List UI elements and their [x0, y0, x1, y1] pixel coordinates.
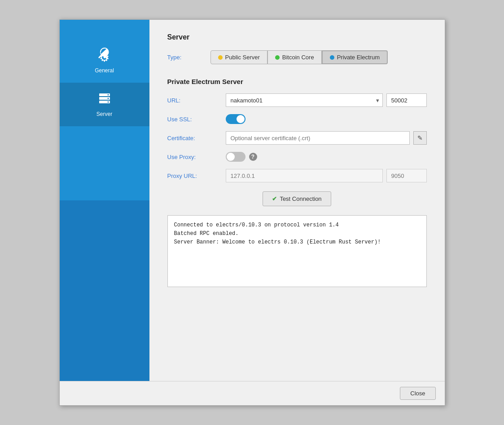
public-server-label: Public Server — [225, 54, 260, 61]
private-electrum-dot — [330, 55, 334, 60]
sidebar: ⚙ General Server — [60, 20, 149, 381]
cert-edit-icon: ✎ — [417, 134, 423, 142]
url-row: URL: nakamoto01 ▾ — [167, 93, 427, 107]
proxy-toggle[interactable] — [226, 152, 245, 162]
url-select[interactable]: nakamoto01 — [226, 93, 383, 107]
url-label: URL: — [167, 97, 226, 104]
type-row: Type: Public Server Bitcoin Core Private… — [167, 50, 427, 64]
ssl-slider — [226, 114, 245, 124]
port-input[interactable] — [386, 93, 427, 107]
type-buttons: Public Server Bitcoin Core Private Elect… — [210, 50, 388, 64]
proxy-url-label: Proxy URL: — [167, 173, 226, 179]
wrench-icon: ⚙ — [97, 47, 112, 65]
private-electrum-label: Private Electrum — [337, 54, 380, 61]
proxy-url-controls — [226, 169, 427, 182]
proxy-controls: ? — [226, 152, 427, 162]
cert-input[interactable] — [226, 131, 410, 145]
ssl-toggle[interactable] — [226, 114, 245, 124]
svg-point-4 — [107, 94, 109, 96]
main-dialog: ⚙ General Server — [59, 19, 445, 406]
cert-row: Certificate: ✎ — [167, 131, 427, 145]
proxy-url-input[interactable] — [226, 169, 383, 182]
svg-point-5 — [107, 98, 109, 99]
test-connection-row: ✔ Test Connection — [167, 191, 427, 206]
proxy-port-input[interactable] — [386, 169, 427, 182]
dialog-footer: Close — [60, 381, 445, 405]
type-bitcoin-core-button[interactable]: Bitcoin Core — [267, 50, 322, 64]
sidebar-item-server[interactable]: Server — [60, 83, 149, 126]
test-connection-label: Test Connection — [280, 195, 321, 202]
type-label: Type: — [167, 54, 203, 61]
server-icon — [98, 92, 111, 108]
svg-point-6 — [107, 102, 109, 103]
proxy-label: Use Proxy: — [167, 154, 226, 160]
main-content: Server Type: Public Server Bitcoin Core — [149, 20, 445, 381]
private-electrum-title: Private Electrum Server — [167, 78, 427, 85]
server-section-title: Server — [167, 33, 427, 41]
cert-label: Certificate: — [167, 135, 226, 142]
ssl-controls — [226, 114, 427, 124]
sidebar-item-general[interactable]: ⚙ General — [60, 38, 149, 83]
proxy-row: Use Proxy: ? — [167, 152, 427, 162]
type-private-electrum-button[interactable]: Private Electrum — [322, 50, 388, 64]
url-input-wrapper: nakamoto01 ▾ — [226, 93, 383, 107]
sidebar-item-general-label: General — [95, 67, 114, 74]
ssl-label: Use SSL: — [167, 116, 226, 123]
proxy-help-icon[interactable]: ? — [249, 153, 257, 161]
close-button[interactable]: Close — [400, 387, 435, 400]
cert-browse-button[interactable]: ✎ — [413, 131, 427, 145]
test-connection-check-icon: ✔ — [272, 195, 277, 202]
type-public-server-button[interactable]: Public Server — [210, 50, 267, 64]
bitcoin-core-dot — [275, 55, 280, 60]
bitcoin-core-label: Bitcoin Core — [282, 54, 314, 61]
ssl-row: Use SSL: — [167, 114, 427, 124]
url-controls: nakamoto01 ▾ — [226, 93, 427, 107]
public-server-dot — [218, 55, 223, 60]
proxy-url-row: Proxy URL: — [167, 169, 427, 182]
connection-log: Connected to electrs/0.10.3 on protocol … — [167, 215, 427, 287]
sidebar-item-server-label: Server — [96, 111, 112, 117]
dialog-body: ⚙ General Server — [60, 20, 445, 381]
test-connection-button[interactable]: ✔ Test Connection — [263, 191, 331, 206]
proxy-slider — [226, 152, 245, 162]
cert-controls: ✎ — [226, 131, 427, 145]
